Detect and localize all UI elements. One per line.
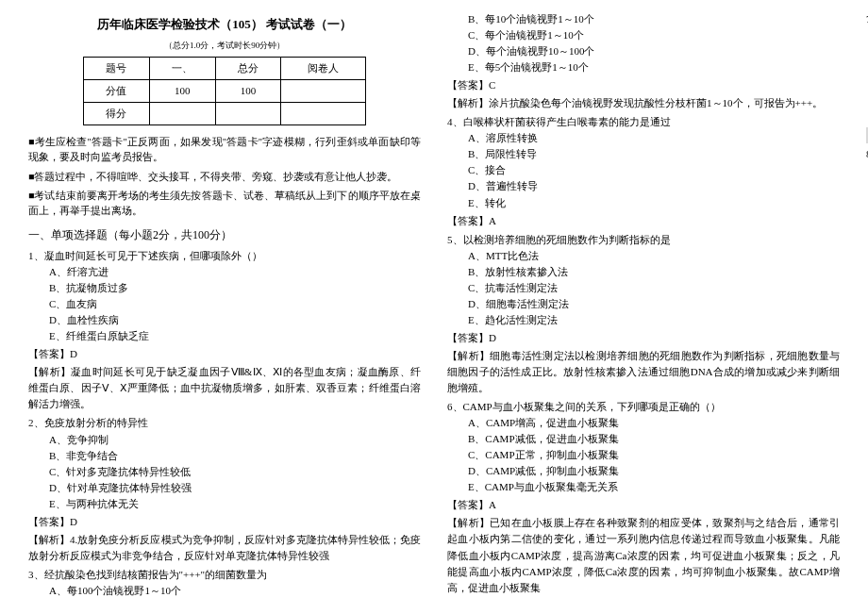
q6-opt-d: D、CAMP减低，抑制血小板聚集	[468, 463, 840, 479]
instruction-2: ■答题过程中，不得喧哗、交头接耳，不得夹带、旁窥、抄袭或有意让他人抄袭。	[28, 170, 421, 185]
q3-answer: 【答案】C	[447, 77, 840, 93]
q5-stem: 5、以检测培养细胞的死细胞数作为判断指标的是	[447, 232, 840, 248]
instruction-1: ■考生应检查"答题卡"正反两面，如果发现"答题卡"字迹模糊，行列歪斜或单面缺印等…	[28, 135, 421, 166]
td-score-total	[215, 103, 281, 125]
score-table: 题号 一、 总分 阅卷人 分值 100 100 得分	[83, 57, 366, 125]
q4-opt-c: C、接合	[468, 162, 840, 178]
q3-explanation: 【解析】涂片抗酸染色每个油镜视野发现抗酸性分枝杆菌1～10个，可报告为+++。	[447, 95, 840, 111]
q3-stem: 3、经抗酸染色找到结核菌报告为"+++"的细菌数量为	[28, 567, 421, 583]
td-score-grader	[281, 103, 366, 125]
td-value-grader	[281, 80, 366, 103]
q4-opt-a: A、溶原性转换	[468, 130, 840, 146]
q3-opt-b: B、每10个油镜视野1～10个	[468, 11, 840, 27]
q6-opt-e: E、CAMP与血小板聚集毫无关系	[468, 479, 840, 495]
q5-opt-d: D、细胞毒活性测定法	[468, 296, 840, 312]
q4-opt-b: B、局限性转导	[468, 146, 840, 162]
q2-opt-d: D、针对单克隆抗体特异性较强	[49, 480, 421, 496]
q1-opt-a: A、纤溶亢进	[49, 264, 421, 280]
td-value-label: 分值	[84, 80, 150, 103]
td-score-label: 得分	[84, 103, 150, 125]
q2-opt-a: A、竞争抑制	[49, 432, 421, 448]
q1-explanation: 【解析】凝血时间延长可见于缺乏凝血因子Ⅷ&Ⅸ、Ⅺ的各型血友病；凝血酶原、纤维蛋白…	[28, 364, 421, 412]
q5-opt-a: A、MTT比色法	[468, 248, 840, 264]
q5-opt-b: B、放射性核素掺入法	[468, 264, 840, 280]
q6-explanation: 【解析】已知在血小板膜上存在各种致聚剂的相应受体，致聚剂与之结合后，通常引起血小…	[447, 515, 840, 595]
q3-opt-c: C、每个油镜视野1～10个	[468, 27, 840, 43]
q1-opt-d: D、血栓性疾病	[49, 312, 421, 328]
th-total: 总分	[215, 58, 281, 80]
q6-stem: 6、CAMP与血小板聚集之间的关系，下列哪项是正确的（）	[447, 399, 840, 415]
td-value-one: 100	[149, 80, 215, 103]
th-grader: 阅卷人	[281, 58, 366, 80]
exam-title: 历年临床医学检验技术（105） 考试试卷（一）	[28, 15, 421, 34]
q4-opt-e: E、转化	[468, 195, 840, 211]
q6-answer: 【答案】A	[447, 497, 840, 513]
td-score-one	[149, 103, 215, 125]
q5-answer: 【答案】D	[447, 330, 840, 346]
q5-opt-c: C、抗毒活性测定法	[468, 280, 840, 296]
q2-stem: 2、免疫放射分析的特异性	[28, 415, 421, 431]
section-heading: 一、单项选择题（每小题2分，共100分）	[28, 226, 421, 244]
q3-opt-a: A、每100个油镜视野1～10个	[49, 583, 421, 599]
exam-subtitle: （总分1.0分，考试时长90分钟）	[28, 40, 421, 53]
q4-stem: 4、白喉棒状杆菌获得产生白喉毒素的能力是通过	[447, 114, 840, 130]
q1-opt-e: E、纤维蛋白原缺乏症	[49, 328, 421, 344]
td-value-total: 100	[215, 80, 281, 103]
instruction-3: ■考试结束前要离开考场的考生须先按答题卡、试卷、草稿纸从上到下的顺序平放在桌面上…	[28, 189, 421, 220]
q1-stem: 1、凝血时间延长可见于下述疾病，但哪项除外（）	[28, 248, 421, 264]
q2-explanation: 【解析】4.放射免疫分析反应模式为竞争抑制，反应针对多克隆抗体特异性较低；免疫放…	[28, 532, 421, 564]
q6-opt-c: C、CAMP正常，抑制血小板聚集	[468, 447, 840, 463]
q6-opt-a: A、CAMP增高，促进血小板聚集	[468, 415, 840, 431]
q5-opt-e: E、趋化活性测定法	[468, 312, 840, 328]
q1-answer: 【答案】D	[28, 346, 421, 362]
q2-opt-e: E、与两种抗体无关	[49, 496, 421, 512]
q2-opt-b: B、非竞争结合	[49, 448, 421, 464]
q6-opt-b: B、CAMP减低，促进血小板聚集	[468, 431, 840, 447]
q1-opt-b: B、抗凝物质过多	[49, 280, 421, 296]
q2-opt-c: C、针对多克隆抗体特异性较低	[49, 464, 421, 480]
q4-opt-d: D、普遍性转导	[468, 178, 840, 194]
q2-answer: 【答案】D	[28, 514, 421, 530]
q3-opt-d: D、每个油镜视野10～100个	[468, 43, 840, 59]
th-one: 一、	[149, 58, 215, 80]
q4-answer: 【答案】A	[447, 213, 840, 229]
q3-opt-e: E、每5个油镜视野1～10个	[468, 59, 840, 75]
q1-opt-c: C、血友病	[49, 296, 421, 312]
q5-explanation: 【解析】细胞毒活性测定法以检测培养细胞的死细胞数作为判断指标，死细胞数量与细胞因…	[447, 348, 840, 396]
th-number: 题号	[84, 58, 150, 80]
